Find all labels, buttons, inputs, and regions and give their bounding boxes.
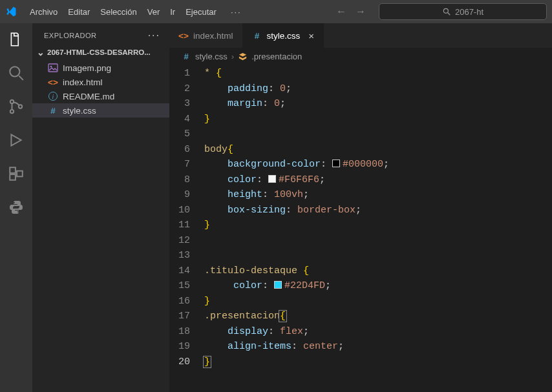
menu-archivo[interactable]: Archivo — [25, 5, 63, 19]
file-item-Imagem-png[interactable]: Imagem.png — [32, 61, 169, 75]
chevron-right-icon: › — [231, 52, 234, 61]
menu-editar[interactable]: Editar — [63, 5, 95, 19]
file-label: index.html — [63, 77, 103, 87]
svg-point-11 — [50, 66, 52, 68]
menu-ejecutar[interactable]: Ejecutar — [180, 5, 222, 19]
title-bar: ArchivoEditarSelecciónVerIrEjecutar ··· … — [0, 0, 552, 23]
vscode-logo-icon — [5, 6, 17, 17]
svg-line-1 — [448, 13, 451, 15]
folder-name: 2067-HTML-CSS-DESARRO... — [47, 48, 151, 56]
menu-ir[interactable]: Ir — [165, 5, 180, 19]
search-placeholder: 2067-ht — [455, 7, 483, 17]
folder-header[interactable]: ⌄ 2067-HTML-CSS-DESARRO... — [32, 45, 169, 59]
breadcrumb[interactable]: # style.css › .presentacion — [169, 48, 552, 65]
file-label: style.css — [63, 106, 96, 116]
breadcrumb-symbol: .presentacion — [251, 52, 302, 61]
html-icon: <> — [178, 30, 189, 41]
svg-point-5 — [10, 110, 14, 113]
explorer-icon[interactable] — [8, 31, 25, 48]
code-editor[interactable]: 1234567891011121314151617181920 * { padd… — [169, 65, 552, 392]
activity-bar — [0, 23, 32, 392]
file-label: README.md — [63, 92, 114, 101]
tab-label: index.html — [193, 31, 233, 41]
search-activity-icon[interactable] — [8, 65, 25, 81]
file-item-README-md[interactable]: iREADME.md — [32, 89, 169, 103]
editor-tabs: <>index.html#style.css× — [169, 23, 552, 48]
extensions-icon[interactable] — [8, 165, 25, 182]
svg-rect-7 — [10, 167, 16, 173]
menu-overflow-icon[interactable]: ··· — [226, 5, 247, 19]
svg-point-2 — [10, 67, 19, 76]
svg-point-4 — [10, 100, 14, 103]
run-debug-icon[interactable] — [8, 132, 25, 149]
file-item-style-css[interactable]: #style.css — [32, 103, 169, 118]
search-icon — [442, 7, 451, 16]
svg-rect-9 — [17, 171, 23, 177]
svg-rect-8 — [10, 174, 16, 180]
menu-ver[interactable]: Ver — [142, 5, 165, 19]
explorer-actions-icon[interactable]: ··· — [148, 30, 160, 41]
source-control-icon[interactable] — [8, 98, 25, 115]
svg-point-6 — [19, 105, 22, 108]
css-icon: # — [48, 105, 58, 116]
tab-index-html[interactable]: <>index.html — [169, 23, 243, 48]
nav-forward-icon[interactable]: → — [356, 6, 366, 17]
chevron-down-icon: ⌄ — [36, 47, 45, 57]
file-item-index-html[interactable]: <>index.html — [32, 75, 169, 89]
command-center-search[interactable]: 2067-ht — [379, 3, 547, 20]
menu-selección[interactable]: Selección — [95, 5, 142, 19]
html-icon: <> — [48, 77, 58, 87]
svg-rect-10 — [48, 64, 58, 72]
css-icon: # — [252, 30, 262, 41]
file-label: Imagem.png — [63, 63, 111, 73]
close-icon[interactable]: × — [308, 30, 314, 41]
explorer-title: EXPLORADOR — [44, 32, 96, 39]
tab-label: style.css — [267, 31, 301, 41]
explorer-sidebar: EXPLORADOR ··· ⌄ 2067-HTML-CSS-DESARRO..… — [32, 23, 169, 392]
svg-point-0 — [443, 8, 448, 13]
nav-back-icon[interactable]: ← — [336, 6, 346, 17]
tab-style-css[interactable]: #style.css× — [243, 23, 324, 48]
python-ext-icon[interactable] — [8, 199, 25, 216]
breadcrumb-file: style.css — [195, 52, 228, 61]
css-icon: # — [181, 51, 191, 61]
svg-line-3 — [19, 76, 23, 80]
symbol-icon — [238, 52, 248, 61]
info-icon: i — [48, 91, 58, 101]
image-icon — [48, 63, 58, 73]
